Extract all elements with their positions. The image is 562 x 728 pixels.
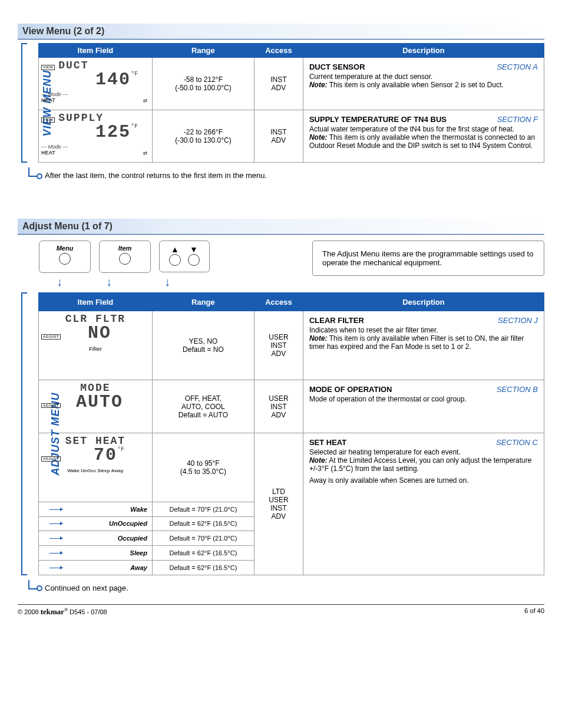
item-field: VIEW SUPPLY 125°F — Mode —HEAT ⇄ xyxy=(38,110,152,163)
access-cell: INST ADV xyxy=(254,58,303,110)
up-arrow-icon: ▲ xyxy=(171,245,179,254)
adjust-menu-header: Adjust Menu (1 of 7) xyxy=(18,219,544,235)
desc-body: Selected air heating temperature for eac… xyxy=(309,448,538,456)
desc-extra: Away is only available when Scenes are t… xyxy=(309,476,538,485)
item-field: CLR FLTR ADJUST NO Filter xyxy=(38,311,152,380)
lcd-value: NO xyxy=(88,323,111,343)
access-1: INST xyxy=(259,128,298,136)
lcd-mode-value: HEAT xyxy=(41,150,55,156)
sub-label: Wake xyxy=(38,502,152,516)
desc-body: Mode of operation of the thermostat or c… xyxy=(309,395,538,403)
range-cell: YES, NO Default = NO xyxy=(152,311,254,380)
item-button-label: Item xyxy=(110,245,140,252)
footer-doc: D545 - 07/08 xyxy=(70,608,107,615)
page-footer: © 2008 tekmar® D545 - 07/08 6 of 40 xyxy=(18,604,544,617)
button-row: Menu Item ▲ ▼ xyxy=(39,241,210,273)
table-row: CLR FLTR ADJUST NO Filter YES, NO Defaul… xyxy=(38,311,544,380)
range-line: OFF, HEAT, AUTO, COOL xyxy=(157,394,249,411)
lcd-mode-label: — Mode — xyxy=(41,91,68,97)
arrow-buttons[interactable]: ▲ ▼ xyxy=(159,241,210,272)
col-desc: Description xyxy=(303,293,544,311)
col-item: Item Field xyxy=(38,293,152,311)
lcd-badge: ADJUST xyxy=(41,456,61,462)
range-f: -58 to 212°F xyxy=(157,75,249,84)
section-ref: SECTION B xyxy=(497,385,538,394)
item-field: SET HEAT ADJUST 70°F Wake UnOcc Sleep Aw… xyxy=(38,433,152,502)
desc-cell: CLEAR FILTER SECTION J Indicates when to… xyxy=(303,311,544,380)
adjust-menu-table: Item Field Range Access Description CLR … xyxy=(38,292,544,575)
note-label: Note: xyxy=(309,81,328,89)
flow-arrow-icon: ↓ xyxy=(88,275,130,289)
view-menu-table: Item Field Range Access Description VIEW… xyxy=(38,43,544,163)
range-f: -22 to 266°F xyxy=(157,128,249,136)
footer-copyright: © 2008 xyxy=(18,608,39,615)
note-label: Note: xyxy=(309,334,328,342)
range-default: Default = AUTO xyxy=(157,411,249,419)
section-ref: SECTION F xyxy=(497,115,538,124)
access-cell: INST ADV xyxy=(254,110,303,163)
range-cell: -58 to 212°F (-50.0 to 100.0°C) xyxy=(152,58,254,110)
col-item: Item Field xyxy=(38,44,152,58)
range-default: Default = NO xyxy=(157,345,249,354)
range-c: (-30.0 to 130.0°C) xyxy=(157,136,249,144)
continued-note: Continued on next page. xyxy=(34,584,544,592)
flow-arrow-icon: ↓ xyxy=(138,275,197,289)
sub-default: Default = 62°F (16.5°C) xyxy=(152,516,254,531)
desc-title: DUCT SENSOR xyxy=(309,62,365,71)
lcd-events: Wake UnOcc Sleep Away xyxy=(41,469,150,474)
fan-icon: ⇄ xyxy=(143,97,147,105)
button-icon xyxy=(59,253,71,265)
range-cell: OFF, HEAT, AUTO, COOL Default = AUTO xyxy=(152,380,254,433)
menu-button-label: Menu xyxy=(50,245,80,252)
col-desc: Description xyxy=(303,44,544,58)
sub-label: UnOccupied xyxy=(38,516,152,531)
lcd-badge: ADJUST xyxy=(41,403,61,409)
lcd-value: 70 xyxy=(94,445,117,465)
item-button[interactable]: Item xyxy=(99,241,151,273)
range-c: (4.5 to 35.0°C) xyxy=(157,467,249,476)
view-menu-after-note: After the last item, the control returns… xyxy=(34,171,544,180)
sub-label: Occupied xyxy=(38,531,152,546)
lcd-unit: °F xyxy=(117,446,124,453)
lcd-badge: ADJUST xyxy=(41,334,61,340)
desc-title: SET HEAT xyxy=(309,438,346,447)
desc-note: At the Limited Access Level, you can onl… xyxy=(309,456,532,473)
desc-title: CLEAR FILTER xyxy=(309,316,364,325)
desc-cell: SET HEAT SECTION C Selected air heating … xyxy=(303,433,544,575)
view-menu-block: VIEW MENU Item Field Range Access Descri… xyxy=(18,43,544,163)
sub-default: Default = 62°F (16.5°C) xyxy=(152,561,254,575)
section-ref: SECTION C xyxy=(496,438,538,447)
button-icon xyxy=(188,254,200,266)
access-2: ADV xyxy=(259,136,298,144)
desc-title: MODE OF OPERATION xyxy=(309,385,392,394)
adjust-menu-side-label: ADJUST MENU xyxy=(21,292,38,575)
desc-body: Indicates when to reset the air filter t… xyxy=(309,326,538,334)
lcd-value: 125 xyxy=(95,122,131,142)
table-row: VIEW DUCT 140°F — Mode —HEAT ⇄ -58 to 21… xyxy=(38,58,544,110)
table-row: SET HEAT ADJUST 70°F Wake UnOcc Sleep Aw… xyxy=(38,433,544,502)
range-line: YES, NO xyxy=(157,337,249,345)
access-1: INST xyxy=(259,75,298,84)
after-note-text: After the last item, the control returns… xyxy=(45,171,267,180)
note-label: Note: xyxy=(309,456,328,465)
adjust-info-box: The Adjust Menu items are the programmab… xyxy=(312,241,544,276)
desc-cell: DUCT SENSOR SECTION A Current temperatur… xyxy=(303,58,544,110)
desc-cell: SUPPLY TEMPERATURE OF TN4 BUS SECTION F … xyxy=(303,110,544,163)
footer-brand: tekmar xyxy=(41,607,64,616)
col-range: Range xyxy=(152,44,254,58)
access-2: ADV xyxy=(259,84,298,92)
desc-note: This item is only available when the the… xyxy=(309,133,535,150)
table-row: MODE ADJUST AUTO OFF, HEAT, AUTO, COOL D… xyxy=(38,380,544,433)
range-cell: -22 to 266°F (-30.0 to 130.0°C) xyxy=(152,110,254,163)
lcd-value: AUTO xyxy=(76,392,123,412)
section-ref: SECTION A xyxy=(497,62,538,71)
lcd-line1: DUCT xyxy=(58,60,88,71)
access-cell: USER INST ADV xyxy=(254,311,303,380)
adjust-menu-block: ADJUST MENU Item Field Range Access Desc… xyxy=(18,292,544,575)
view-menu-side-label: VIEW MENU xyxy=(21,43,38,163)
desc-body: Current temperature at the duct sensor. xyxy=(309,73,538,81)
sub-default: Default = 62°F (16.5°C) xyxy=(152,546,254,561)
menu-button[interactable]: Menu xyxy=(39,241,91,273)
lcd-badge: VIEW xyxy=(41,117,55,123)
sub-default: Default = 70°F (21.0°C) xyxy=(152,502,254,516)
